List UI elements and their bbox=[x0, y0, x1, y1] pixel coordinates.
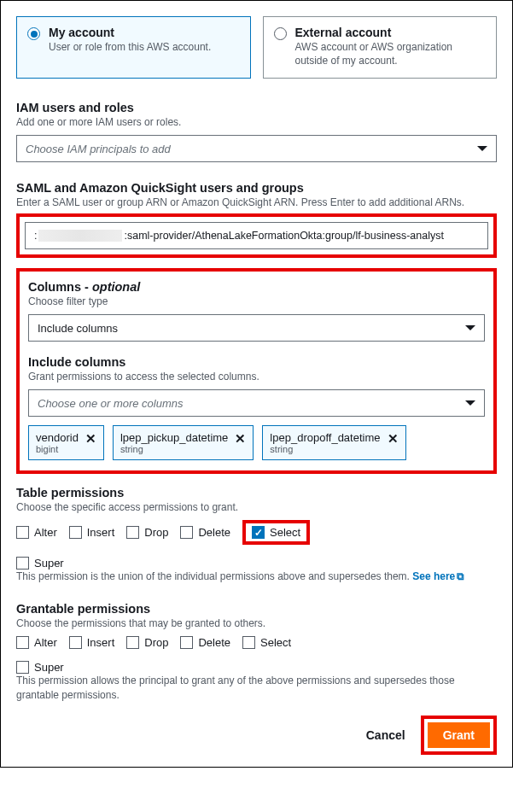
tperm-drop-label: Drop bbox=[144, 526, 168, 539]
saml-title: SAML and Amazon QuickSight users and gro… bbox=[16, 181, 497, 195]
checkbox-icon bbox=[69, 636, 82, 649]
tperm-insert[interactable]: Insert bbox=[69, 526, 115, 539]
gperm-super-block: Super This permission allows the princip… bbox=[16, 661, 497, 701]
column-chip-name: lpep_dropoff_datetime bbox=[270, 431, 380, 444]
iam-principals-select[interactable]: Choose IAM principals to add bbox=[16, 135, 497, 162]
iam-title: IAM users and roles bbox=[16, 101, 497, 114]
grant-permissions-form: My account User or role from this AWS ac… bbox=[0, 0, 513, 768]
my-account-sub: User or role from this AWS account. bbox=[49, 41, 211, 55]
column-chip-type: string bbox=[270, 444, 380, 454]
tperm-select[interactable]: Select bbox=[252, 526, 300, 539]
see-here-label: See here bbox=[412, 570, 455, 582]
cancel-button[interactable]: Cancel bbox=[366, 728, 405, 742]
gperm-select-label: Select bbox=[260, 636, 291, 649]
checkbox-icon bbox=[16, 526, 29, 539]
columns-filter-value: Include columns bbox=[38, 322, 118, 335]
tperm-alter[interactable]: Alter bbox=[16, 526, 57, 539]
iam-sub: Add one or more IAM users or roles. bbox=[16, 116, 497, 128]
columns-title: Columns - optional bbox=[28, 280, 485, 294]
checkbox-icon bbox=[180, 636, 193, 649]
radio-checked-icon bbox=[27, 27, 40, 40]
columns-filter-select[interactable]: Include columns bbox=[28, 314, 485, 342]
tperm-super-block: Super This permission is the union of th… bbox=[16, 557, 497, 583]
saml-highlight: : :saml-provider/AthenaLakeFormationOkta… bbox=[16, 213, 497, 258]
tperm-super-note-text: This permission is the union of the indi… bbox=[16, 570, 412, 582]
column-chip-name: lpep_pickup_datetime bbox=[120, 431, 228, 444]
include-columns-placeholder: Choose one or more columns bbox=[38, 397, 184, 410]
see-here-link[interactable]: See here⧉ bbox=[412, 570, 464, 582]
tperm-title: Table permissions bbox=[16, 486, 497, 499]
include-columns-title: Include columns bbox=[28, 355, 485, 369]
checkbox-icon bbox=[126, 526, 139, 539]
gperm-sub: Choose the permissions that may be grant… bbox=[16, 617, 497, 629]
gperm-super-note: This permission allows the principal to … bbox=[16, 674, 497, 701]
external-account-card[interactable]: External account AWS account or AWS orga… bbox=[263, 16, 498, 79]
gperm-drop[interactable]: Drop bbox=[126, 636, 168, 649]
saml-arn-input[interactable]: : :saml-provider/AthenaLakeFormationOkta… bbox=[25, 222, 488, 249]
column-chip: vendorid bigint ✕ bbox=[28, 425, 104, 460]
column-chip: lpep_pickup_datetime string ✕ bbox=[113, 425, 254, 460]
close-icon[interactable]: ✕ bbox=[235, 432, 246, 445]
column-chip-type: bigint bbox=[36, 444, 79, 454]
tperm-super[interactable]: Super bbox=[16, 557, 497, 570]
close-icon[interactable]: ✕ bbox=[388, 432, 399, 445]
external-account-text: External account AWS account or AWS orga… bbox=[295, 26, 487, 67]
close-icon[interactable]: ✕ bbox=[85, 432, 96, 445]
columns-sub: Choose filter type bbox=[28, 295, 485, 307]
columns-highlight: Columns - optional Choose filter type In… bbox=[16, 268, 497, 474]
tperm-super-label: Super bbox=[34, 557, 64, 570]
gperm-super-label: Super bbox=[34, 661, 64, 674]
tperm-select-label: Select bbox=[270, 526, 300, 539]
checkbox-icon bbox=[180, 526, 193, 539]
saml-section: SAML and Amazon QuickSight users and gro… bbox=[16, 181, 497, 258]
columns-title-a: Columns - bbox=[28, 280, 92, 294]
gperm-alter-label: Alter bbox=[34, 636, 57, 649]
include-columns-select[interactable]: Choose one or more columns bbox=[28, 389, 485, 417]
account-type-row: My account User or role from this AWS ac… bbox=[16, 16, 497, 79]
tperm-select-highlight: Select bbox=[242, 520, 310, 545]
gperm-delete[interactable]: Delete bbox=[180, 636, 230, 649]
iam-placeholder: Choose IAM principals to add bbox=[26, 143, 171, 155]
tperm-drop[interactable]: Drop bbox=[126, 526, 168, 539]
gperm-insert-label: Insert bbox=[87, 636, 115, 649]
gperm-insert[interactable]: Insert bbox=[69, 636, 115, 649]
tperm-sub: Choose the specific access permissions t… bbox=[16, 501, 497, 513]
grantable-permissions-section: Grantable permissions Choose the permiss… bbox=[16, 602, 497, 701]
external-account-sub: AWS account or AWS organization outside … bbox=[295, 41, 487, 67]
saml-arn-value: : :saml-provider/AthenaLakeFormationOkta… bbox=[34, 230, 479, 242]
checkbox-icon bbox=[242, 636, 255, 649]
tperm-delete[interactable]: Delete bbox=[180, 526, 230, 539]
external-account-title: External account bbox=[295, 26, 487, 39]
tperm-delete-label: Delete bbox=[198, 526, 230, 539]
gperm-super[interactable]: Super bbox=[16, 661, 497, 674]
my-account-text: My account User or role from this AWS ac… bbox=[49, 26, 211, 67]
gperm-title: Grantable permissions bbox=[16, 602, 497, 616]
gperm-alter[interactable]: Alter bbox=[16, 636, 57, 649]
checkbox-icon bbox=[126, 636, 139, 649]
arn-prefix: : bbox=[34, 230, 37, 242]
gperm-drop-label: Drop bbox=[144, 636, 168, 649]
external-link-icon: ⧉ bbox=[457, 570, 464, 582]
columns-title-b: optional bbox=[92, 280, 140, 294]
radio-unchecked-icon bbox=[274, 27, 287, 40]
redacted-account-icon bbox=[38, 230, 122, 242]
checkbox-checked-icon bbox=[252, 526, 265, 539]
column-chip: lpep_dropoff_datetime string ✕ bbox=[262, 425, 405, 460]
tperm-row: Alter Insert Drop Delete Select bbox=[16, 520, 497, 545]
my-account-card[interactable]: My account User or role from this AWS ac… bbox=[16, 16, 251, 79]
grant-button[interactable]: Grant bbox=[428, 722, 490, 748]
gperm-select[interactable]: Select bbox=[242, 636, 291, 649]
table-permissions-section: Table permissions Choose the specific ac… bbox=[16, 486, 497, 583]
gperm-delete-label: Delete bbox=[198, 636, 230, 649]
column-chip-type: string bbox=[120, 444, 228, 454]
checkbox-icon bbox=[16, 557, 29, 570]
include-columns-sub: Grant permissions to access the selected… bbox=[28, 371, 485, 383]
my-account-title: My account bbox=[49, 26, 211, 39]
selected-columns-row: vendorid bigint ✕ lpep_pickup_datetime s… bbox=[28, 425, 485, 460]
checkbox-icon bbox=[16, 661, 29, 674]
grant-highlight: Grant bbox=[421, 716, 497, 755]
iam-section: IAM users and roles Add one or more IAM … bbox=[16, 101, 497, 162]
arn-suffix: :saml-provider/AthenaLakeFormationOkta:g… bbox=[124, 230, 443, 242]
checkbox-icon bbox=[16, 636, 29, 649]
tperm-alter-label: Alter bbox=[34, 526, 57, 539]
